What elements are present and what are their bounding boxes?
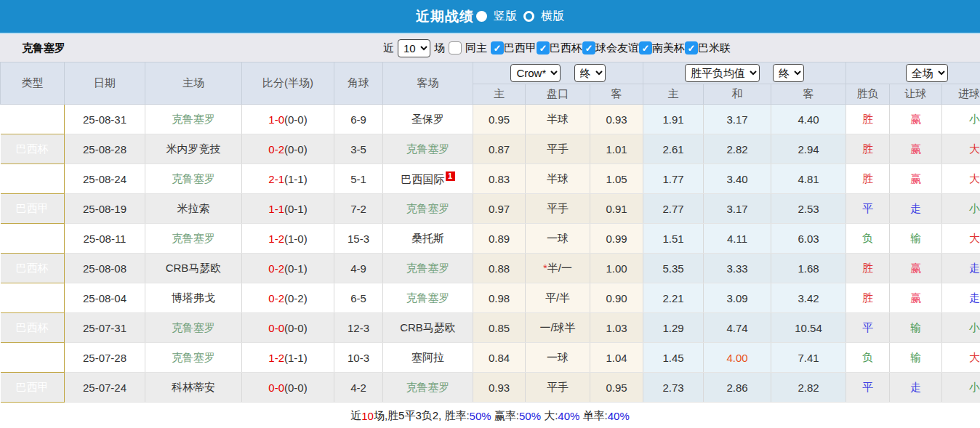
- checkbox-checked-icon[interactable]: ✓: [685, 41, 698, 54]
- result-outcome-cell: 负: [846, 224, 890, 254]
- checkbox-checked-icon[interactable]: ✓: [639, 41, 652, 54]
- result-handicap-cell: 赢: [890, 164, 942, 194]
- competition-filter: ✓巴西甲: [491, 41, 537, 55]
- team-name-text: 圣保罗: [411, 113, 444, 125]
- summary-segment: 大:: [541, 409, 558, 423]
- handicap-home-odds-cell: 0.84: [473, 343, 526, 373]
- corners-cell: 12-3: [334, 313, 383, 343]
- competition-label: 巴米联: [698, 41, 731, 55]
- team-name-text: 克鲁塞罗: [172, 232, 215, 244]
- handicap-home-odds-cell: 0.88: [473, 254, 526, 283]
- score-cell: 1-0(0-0): [242, 105, 334, 134]
- result-goals-cell: 小: [942, 105, 980, 134]
- league-cell: 巴西甲: [1, 283, 65, 313]
- radio-vertical-label[interactable]: 竖版: [494, 9, 517, 24]
- summary-segment: 场,胜5平3负2, 胜率:: [374, 409, 470, 423]
- scope-dropdown-group: 全场: [846, 62, 980, 84]
- handicap-home-odds-cell: 0.83: [473, 164, 526, 194]
- europe-home-odds-cell: 1.45: [643, 343, 704, 373]
- radio-horizontal-label[interactable]: 横版: [541, 9, 564, 24]
- radio-vertical-selected-icon[interactable]: [476, 11, 487, 22]
- score-cell: 1-1(0-1): [242, 194, 334, 224]
- table-row: 巴西甲25-08-24克鲁塞罗2-1(1-1)5-1巴西国际10.83半球1.0…: [1, 164, 980, 194]
- away-team-cell: 桑托斯: [383, 224, 473, 254]
- team-name-text: 克鲁塞罗: [172, 321, 215, 334]
- subheader-result-outcome: 胜负: [846, 84, 890, 105]
- result-goals-cell: 走: [942, 283, 980, 313]
- europe-home-odds-cell: 1.51: [643, 224, 704, 254]
- handicap-away-odds-cell: 1.01: [590, 134, 643, 164]
- date-cell: 25-07-24: [65, 373, 145, 403]
- result-outcome-cell: 胜: [846, 283, 890, 313]
- score-cell: 0-2(0-0): [242, 134, 334, 164]
- checkbox-checked-icon[interactable]: ✓: [537, 41, 550, 54]
- table-row: 巴西甲25-07-24科林蒂安0-0(0-0)4-2克鲁塞罗0.93平手0.95…: [1, 373, 980, 403]
- filter-controls: 近 10 场 同主 ✓巴西甲✓巴西杯✓球会友谊✓南美杯✓巴米联: [383, 39, 731, 57]
- table-row: 巴西杯25-07-31克鲁塞罗0-0(0-0)12-3CRB马瑟欧0.85一/球…: [1, 313, 980, 343]
- team-name-text: CRB马瑟欧: [166, 262, 222, 274]
- team-name-text: 米拉索: [177, 202, 210, 214]
- league-cell: 巴西甲: [1, 194, 65, 224]
- team-name-text: 桑托斯: [411, 232, 444, 244]
- europe-home-odds-cell: 2.73: [643, 373, 704, 403]
- titlebar: 近期战绩 竖版 横版: [0, 0, 980, 34]
- result-goals-cell: 走: [942, 254, 980, 283]
- team-name-text: 克鲁塞罗: [406, 202, 450, 214]
- europe-draw-odds-cell: 4.74: [704, 313, 771, 343]
- team-name-text: CRB马瑟欧: [400, 321, 456, 334]
- away-team-cell: CRB马瑟欧: [383, 313, 473, 343]
- home-team-cell: 克鲁塞罗: [145, 224, 242, 254]
- header-away: 客场: [383, 62, 473, 105]
- table-row: 巴西甲25-08-11克鲁塞罗1-2(1-0)15-3桑托斯0.89一球0.99…: [1, 224, 980, 254]
- average-select[interactable]: 胜平负均值: [685, 64, 760, 82]
- average-final-select[interactable]: 终: [773, 64, 804, 82]
- same-home-checkbox[interactable]: [449, 41, 462, 54]
- same-home-label: 同主: [465, 41, 487, 55]
- handicap-home-odds-cell: 0.97: [473, 194, 526, 224]
- home-team-cell: CRB马瑟欧: [145, 254, 242, 283]
- team-name-text: 博塔弗戈: [172, 291, 215, 304]
- team-name-text: 克鲁塞罗: [172, 172, 215, 185]
- result-goals-cell: 大: [942, 224, 980, 254]
- home-team-cell: 克鲁塞罗: [145, 343, 242, 373]
- bookmaker-final-select[interactable]: 终: [574, 64, 606, 82]
- red-card-badge: 1: [446, 171, 455, 181]
- handicap-line-cell: 一球: [526, 224, 590, 254]
- handicap-away-odds-cell: 0.93: [590, 105, 643, 134]
- handicap-home-odds-cell: 0.95: [473, 105, 526, 134]
- europe-away-odds-cell: 10.54: [771, 313, 846, 343]
- handicap-home-odds-cell: 0.87: [473, 134, 526, 164]
- date-cell: 25-08-04: [65, 283, 145, 313]
- bookmaker-select[interactable]: Crow*: [510, 64, 561, 82]
- result-goals-cell: 小: [942, 373, 980, 403]
- match-count-select[interactable]: 10: [398, 39, 430, 57]
- checkbox-checked-icon[interactable]: ✓: [582, 41, 595, 54]
- header-home: 主场: [145, 62, 242, 105]
- result-goals-cell: 大: [942, 343, 980, 373]
- team-name-text: 克鲁塞罗: [406, 142, 450, 155]
- corners-cell: 7-2: [334, 194, 383, 224]
- subheader-europe-away: 客: [771, 84, 846, 105]
- scope-select[interactable]: 全场: [906, 64, 948, 82]
- handicap-away-odds-cell: 1.03: [590, 313, 643, 343]
- subheader-handicap-home: 主: [473, 84, 526, 105]
- results-tbody: 巴西甲25-08-31克鲁塞罗1-0(0-0)6-9圣保罗0.95半球0.931…: [1, 105, 980, 403]
- table-row: 巴西杯25-08-28米内罗竞技0-2(0-0)3-5克鲁塞罗0.87平手1.0…: [1, 134, 980, 164]
- result-goals-cell: 大: [942, 134, 980, 164]
- league-cell: 巴西杯: [1, 313, 65, 343]
- summary-segment: 50%: [470, 410, 491, 422]
- home-team-cell: 博塔弗戈: [145, 283, 242, 313]
- filterbar: 克鲁塞罗 近 10 场 同主 ✓巴西甲✓巴西杯✓球会友谊✓南美杯✓巴米联: [0, 34, 980, 62]
- summary-segment: 10: [361, 410, 374, 422]
- score-cell: 0-0(0-0): [242, 373, 334, 403]
- home-team-cell: 克鲁塞罗: [145, 105, 242, 134]
- radio-horizontal-icon[interactable]: [523, 11, 534, 22]
- handicap-away-odds-cell: 0.95: [590, 373, 643, 403]
- home-team-cell: 克鲁塞罗: [145, 313, 242, 343]
- subheader-europe-home: 主: [643, 84, 704, 105]
- score-cell: 0-2(0-2): [242, 283, 334, 313]
- checkbox-checked-icon[interactable]: ✓: [491, 41, 504, 54]
- table-row: 巴西甲25-08-19米拉索1-1(0-1)7-2克鲁塞罗0.97平手0.912…: [1, 194, 980, 224]
- subheader-handicap-line: 盘口: [526, 84, 590, 105]
- europe-home-odds-cell: 2.61: [643, 134, 704, 164]
